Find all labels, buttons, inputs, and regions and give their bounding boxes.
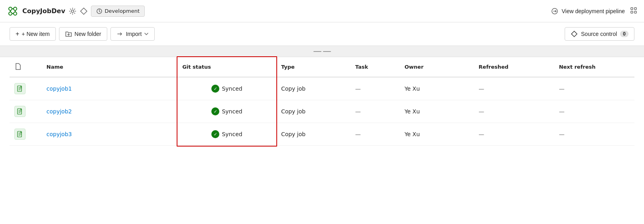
row-name[interactable]: copyjob2	[42, 100, 178, 123]
row-next-refresh: —	[554, 77, 634, 100]
table-wrapper: Name Git status Type Task Owner Refreshe…	[10, 57, 634, 146]
new-folder-label: New folder	[75, 31, 101, 37]
chevron-down-icon	[144, 32, 149, 36]
divider-bar	[0, 46, 644, 57]
synced-check-icon: ✓	[211, 85, 219, 93]
row-git-status: ✓ Synced	[177, 123, 276, 146]
app-title: CopyJobDev	[22, 7, 65, 15]
row-owner: Ye Xu	[400, 123, 474, 146]
row-refreshed: —	[474, 100, 554, 123]
row-name[interactable]: copyjob3	[42, 123, 178, 146]
source-control-icon	[571, 30, 578, 38]
items-table: Name Git status Type Task Owner Refreshe…	[10, 57, 634, 146]
source-control-badge: 0	[620, 31, 628, 37]
svg-rect-12	[634, 8, 636, 10]
svg-point-2	[9, 12, 12, 15]
view-pipeline-button[interactable]: View deployment pipeline	[551, 8, 625, 15]
divider-handle[interactable]	[313, 51, 331, 52]
col-header-icon	[10, 57, 42, 77]
new-item-button[interactable]: + + New item	[10, 27, 56, 41]
table-body: copyjob1 ✓ Synced Copy job—Ye Xu—— copyj…	[10, 77, 634, 146]
col-header-type: Type	[276, 57, 351, 77]
environment-label: Development	[105, 8, 140, 14]
col-header-name: Name	[42, 57, 178, 77]
import-button[interactable]: Import	[110, 27, 155, 41]
row-refreshed: —	[474, 123, 554, 146]
table-header: Name Git status Type Task Owner Refreshe…	[10, 57, 634, 77]
svg-rect-11	[631, 8, 633, 10]
header: CopyJobDev Development	[0, 0, 644, 22]
row-next-refresh: —	[554, 123, 634, 146]
view-pipeline-label: View deployment pipeline	[561, 8, 625, 14]
synced-check-icon: ✓	[211, 130, 219, 138]
row-refreshed: —	[474, 77, 554, 100]
new-item-label: + New item	[22, 31, 49, 37]
row-git-status: ✓ Synced	[177, 100, 276, 123]
toolbar: + + New item New folder Import	[0, 22, 644, 46]
table-row[interactable]: copyjob2 ✓ Synced Copy job—Ye Xu——	[10, 100, 634, 123]
col-header-git-status: Git status	[177, 57, 276, 77]
diamond-icon[interactable]	[80, 7, 88, 15]
col-header-refreshed: Refreshed	[474, 57, 554, 77]
row-owner: Ye Xu	[400, 77, 474, 100]
import-icon	[116, 30, 124, 38]
new-item-icon: +	[16, 30, 19, 38]
synced-label: Synced	[222, 131, 242, 137]
app-logo-icon	[6, 5, 19, 18]
header-right: View deployment pipeline	[551, 6, 638, 16]
row-task: —	[351, 100, 400, 123]
col-header-task: Task	[351, 57, 400, 77]
svg-point-8	[71, 10, 74, 12]
row-name[interactable]: copyjob1	[42, 77, 178, 100]
source-control-label: Source control	[581, 31, 617, 37]
row-item-icon	[10, 123, 42, 146]
svg-point-0	[9, 7, 12, 10]
svg-point-3	[14, 12, 17, 15]
import-label: Import	[126, 31, 142, 37]
row-git-status: ✓ Synced	[177, 77, 276, 100]
row-owner: Ye Xu	[400, 100, 474, 123]
row-task: —	[351, 123, 400, 146]
table-row[interactable]: copyjob3 ✓ Synced Copy job—Ye Xu——	[10, 123, 634, 146]
col-header-next-refresh: Next refresh	[554, 57, 634, 77]
header-left: CopyJobDev Development	[6, 5, 145, 18]
svg-rect-14	[634, 11, 636, 13]
row-item-icon	[10, 100, 42, 123]
svg-rect-13	[631, 11, 633, 13]
row-type: Copy job	[276, 77, 351, 100]
source-control-button[interactable]: Source control 0	[565, 27, 634, 41]
table-row[interactable]: copyjob1 ✓ Synced Copy job—Ye Xu——	[10, 77, 634, 100]
main-content: Name Git status Type Task Owner Refreshe…	[0, 57, 644, 224]
col-header-owner: Owner	[400, 57, 474, 77]
apps-icon[interactable]	[630, 6, 638, 16]
synced-label: Synced	[222, 85, 242, 92]
synced-check-icon: ✓	[211, 107, 219, 115]
row-type: Copy job	[276, 123, 351, 146]
folder-icon	[65, 30, 72, 38]
svg-point-1	[14, 7, 17, 10]
synced-label: Synced	[222, 108, 242, 115]
row-task: —	[351, 77, 400, 100]
environment-badge[interactable]: Development	[91, 6, 145, 17]
new-folder-button[interactable]: New folder	[59, 27, 107, 41]
row-item-icon	[10, 77, 42, 100]
toolbar-left: + + New item New folder Import	[10, 27, 155, 41]
row-next-refresh: —	[554, 100, 634, 123]
row-type: Copy job	[276, 100, 351, 123]
toolbar-right: Source control 0	[565, 27, 634, 41]
edit-icon[interactable]	[69, 7, 77, 15]
